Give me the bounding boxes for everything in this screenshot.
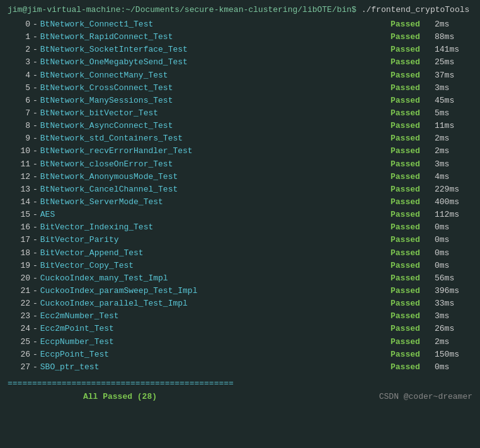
test-number: 20 <box>8 272 30 285</box>
test-number: 22 <box>8 297 30 310</box>
test-list: 0 - BtNetwork_Connect1_TestPassed2ms1 - … <box>8 18 472 374</box>
test-status: Passed <box>391 171 435 183</box>
test-status: Passed <box>391 145 435 158</box>
test-name: BtNetwork_closeOnError_Test <box>40 158 391 171</box>
test-dash: - <box>33 285 38 297</box>
test-dash: - <box>33 69 38 82</box>
test-dash: - <box>33 132 38 145</box>
test-name: BtNetwork_recvErrorHandler_Test <box>40 145 391 158</box>
test-status: Passed <box>391 285 435 297</box>
test-row: 0 - BtNetwork_Connect1_TestPassed2ms <box>8 18 472 31</box>
test-duration: 56ms <box>435 272 472 285</box>
terminal-window: jim@jim-virtual-machine:~/Documents/secu… <box>0 0 480 448</box>
test-row: 9 - BtNetwork_std_Containers_TestPassed2… <box>8 132 472 145</box>
test-status: Passed <box>391 31 435 43</box>
terminal-command: ./frontend_cryptoTools <box>357 5 469 14</box>
test-row: 5 - BtNetwork_CrossConnect_TestPassed3ms <box>8 82 472 95</box>
test-duration: 45ms <box>435 95 472 107</box>
test-dash: - <box>33 260 38 272</box>
test-name: BitVector_Indexing_Test <box>40 221 391 234</box>
test-status: Passed <box>391 183 435 196</box>
test-number: 1 <box>8 31 30 43</box>
test-status: Passed <box>391 196 435 209</box>
test-name: BtNetwork_Connect1_Test <box>40 18 391 31</box>
test-number: 10 <box>8 145 30 158</box>
test-row: 18 - BitVector_Append_TestPassed0ms <box>8 247 472 260</box>
test-status: Passed <box>391 260 435 272</box>
test-status: Passed <box>391 272 435 285</box>
test-status: Passed <box>391 43 435 56</box>
test-number: 3 <box>8 56 30 69</box>
test-name: BtNetwork_ConnectMany_Test <box>40 69 391 82</box>
test-name: CuckooIndex_parallel_Test_Impl <box>40 297 391 310</box>
test-number: 14 <box>8 196 30 209</box>
test-duration: 4ms <box>435 171 472 183</box>
test-row: 6 - BtNetwork_ManySessions_TestPassed45m… <box>8 95 472 107</box>
test-name: CuckooIndex_many_Test_Impl <box>40 272 391 285</box>
terminal-prompt: jim@jim-virtual-machine:~/Documents/secu… <box>8 5 357 14</box>
test-row: 21 - CuckooIndex_paramSweep_Test_ImplPas… <box>8 285 472 297</box>
test-row: 26 - EccpPoint_TestPassed150ms <box>8 348 472 361</box>
test-duration: 0ms <box>435 234 472 246</box>
test-duration: 2ms <box>435 336 472 348</box>
test-name: BtNetwork_CrossConnect_Test <box>40 82 391 95</box>
test-duration: 5ms <box>435 107 472 120</box>
test-dash: - <box>33 43 38 56</box>
test-name: BtNetwork_SocketInterface_Test <box>40 43 391 56</box>
test-name: Ecc2mNumber_Test <box>40 310 391 323</box>
test-row: 14 - BtNetwork_ServerMode_TestPassed400m… <box>8 196 472 209</box>
test-row: 22 - CuckooIndex_parallel_Test_ImplPasse… <box>8 297 472 310</box>
test-row: 23 - Ecc2mNumber_TestPassed3ms <box>8 310 472 323</box>
test-number: 19 <box>8 260 30 272</box>
test-dash: - <box>33 221 38 234</box>
test-status: Passed <box>391 234 435 246</box>
test-dash: - <box>33 171 38 183</box>
test-name: CuckooIndex_paramSweep_Test_Impl <box>40 285 391 297</box>
summary-line: All Passed (28) CSDN @coder~dreamer <box>8 391 472 403</box>
test-number: 16 <box>8 221 30 234</box>
test-status: Passed <box>391 209 435 221</box>
test-dash: - <box>33 361 38 374</box>
test-duration: 0ms <box>435 361 472 374</box>
test-duration: 26ms <box>435 323 472 335</box>
test-status: Passed <box>391 310 435 323</box>
test-row: 25 - EccpNumber_TestPassed2ms <box>8 336 472 348</box>
test-status: Passed <box>391 56 435 69</box>
test-dash: - <box>33 56 38 69</box>
test-duration: 396ms <box>435 285 472 297</box>
test-dash: - <box>33 247 38 260</box>
test-number: 25 <box>8 336 30 348</box>
test-duration: 25ms <box>435 56 472 69</box>
test-row: 7 - BtNetwork_bitVector_TestPassed5ms <box>8 107 472 120</box>
test-duration: 141ms <box>435 43 472 56</box>
test-name: EccpPoint_Test <box>40 348 391 361</box>
test-status: Passed <box>391 95 435 107</box>
test-dash: - <box>33 348 38 361</box>
test-duration: 3ms <box>435 158 472 171</box>
summary-text: All Passed (28) <box>8 392 157 401</box>
test-dash: - <box>33 120 38 132</box>
test-name: BtNetwork_RapidConnect_Test <box>40 31 391 43</box>
test-status: Passed <box>391 69 435 82</box>
test-row: 8 - BtNetwork_AsyncConnect_TestPassed11m… <box>8 120 472 132</box>
test-duration: 400ms <box>435 196 472 209</box>
test-number: 6 <box>8 95 30 107</box>
test-number: 21 <box>8 285 30 297</box>
test-number: 4 <box>8 69 30 82</box>
test-row: 1 - BtNetwork_RapidConnect_TestPassed88m… <box>8 31 472 43</box>
test-dash: - <box>33 209 38 221</box>
test-duration: 3ms <box>435 310 472 323</box>
test-row: 4 - BtNetwork_ConnectMany_TestPassed37ms <box>8 69 472 82</box>
test-name: Ecc2mPoint_Test <box>40 323 391 335</box>
test-dash: - <box>33 323 38 335</box>
test-dash: - <box>33 336 38 348</box>
test-dash: - <box>33 297 38 310</box>
test-duration: 33ms <box>435 297 472 310</box>
test-name: EccpNumber_Test <box>40 336 391 348</box>
test-duration: 3ms <box>435 82 472 95</box>
test-row: 19 - BitVector_Copy_TestPassed0ms <box>8 260 472 272</box>
divider: ========================================… <box>8 379 472 388</box>
test-status: Passed <box>391 348 435 361</box>
test-status: Passed <box>391 18 435 31</box>
test-duration: 112ms <box>435 209 472 221</box>
